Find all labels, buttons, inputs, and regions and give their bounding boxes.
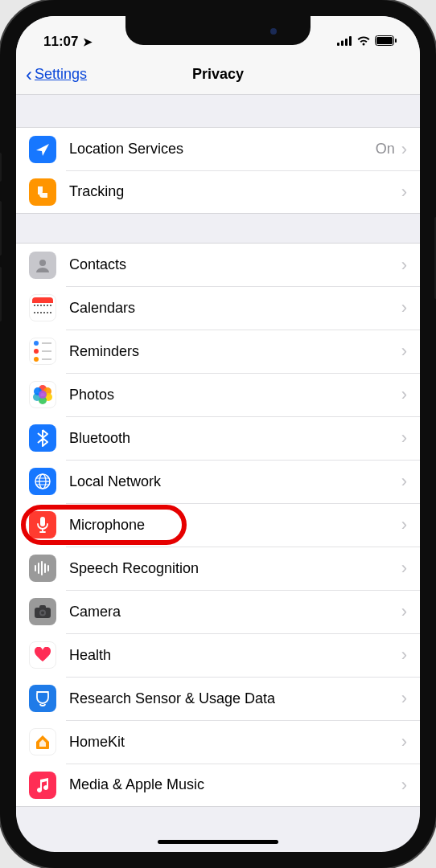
- back-button[interactable]: ‹ Settings: [16, 63, 87, 86]
- chevron-right-icon: ›: [401, 558, 407, 579]
- camera-icon: [29, 598, 56, 625]
- cell-reminders[interactable]: Reminders ›: [16, 330, 420, 373]
- chevron-right-icon: ›: [401, 428, 407, 448]
- cell-local-network[interactable]: Local Network ›: [16, 460, 420, 503]
- cell-label: Speech Recognition: [69, 560, 401, 577]
- waveform-icon: [29, 555, 56, 582]
- cell-research[interactable]: Research Sensor & Usage Data ›: [16, 677, 420, 720]
- chevron-right-icon: ›: [401, 731, 407, 752]
- calendar-icon: [29, 294, 56, 321]
- cell-value: On: [376, 141, 395, 158]
- cell-label: Camera: [69, 604, 401, 620]
- location-arrow-icon: [29, 136, 56, 163]
- cell-health[interactable]: Health ›: [16, 633, 420, 677]
- battery-icon: [375, 35, 397, 49]
- cell-camera[interactable]: Camera ›: [16, 590, 420, 633]
- svg-point-22: [41, 612, 44, 615]
- svg-rect-5: [376, 37, 393, 44]
- cellular-signal-icon: [337, 35, 352, 49]
- svg-rect-3: [349, 36, 352, 46]
- cell-label: Tracking: [69, 183, 401, 200]
- status-time: 11:07: [43, 34, 78, 50]
- chevron-right-icon: ›: [401, 601, 407, 622]
- tracking-icon: [29, 178, 56, 206]
- cell-label: HomeKit: [69, 734, 401, 751]
- home-icon: [29, 728, 56, 755]
- cell-label: Research Sensor & Usage Data: [69, 690, 401, 707]
- globe-icon: [29, 468, 56, 495]
- group-spacer: [16, 95, 420, 127]
- chevron-left-icon: ‹: [26, 63, 32, 86]
- chevron-right-icon: ›: [401, 341, 407, 362]
- microphone-icon: [29, 511, 56, 538]
- cell-label: Location Services: [69, 141, 376, 158]
- cell-label: Microphone: [69, 517, 401, 534]
- phone-frame: 11:07 ➤ ‹ Settings Privacy: [0, 0, 436, 868]
- cell-tracking[interactable]: Tracking ›: [16, 170, 420, 214]
- cell-photos[interactable]: Photos ›: [16, 373, 420, 416]
- research-icon: [29, 685, 56, 712]
- cell-media-music[interactable]: Media & Apple Music ›: [16, 764, 420, 807]
- chevron-right-icon: ›: [401, 182, 407, 203]
- photos-icon: [29, 381, 56, 408]
- svg-rect-6: [395, 39, 397, 43]
- mute-switch: [0, 153, 2, 182]
- svg-point-7: [39, 260, 46, 266]
- chevron-right-icon: ›: [401, 471, 407, 492]
- cell-contacts[interactable]: Contacts ›: [16, 243, 420, 286]
- home-indicator[interactable]: [158, 840, 278, 844]
- cell-bluetooth[interactable]: Bluetooth ›: [16, 416, 420, 460]
- navigation-bar: ‹ Settings Privacy: [16, 55, 420, 95]
- cell-label: Media & Apple Music: [69, 776, 401, 793]
- cell-label: Contacts: [69, 256, 401, 273]
- svg-rect-0: [337, 43, 339, 46]
- cell-microphone[interactable]: Microphone ›: [16, 503, 420, 547]
- chevron-right-icon: ›: [401, 139, 407, 160]
- cell-homekit[interactable]: HomeKit ›: [16, 720, 420, 764]
- chevron-right-icon: ›: [401, 645, 407, 665]
- heart-icon: [29, 641, 56, 669]
- svg-rect-2: [345, 39, 348, 46]
- volume-up-button: [0, 201, 2, 256]
- reminders-icon: [29, 338, 56, 365]
- wifi-icon: [356, 35, 371, 49]
- cell-label: Bluetooth: [69, 430, 401, 447]
- contacts-icon: [29, 252, 56, 279]
- bluetooth-icon: [29, 424, 56, 452]
- screen: 11:07 ➤ ‹ Settings Privacy: [16, 16, 420, 852]
- svg-rect-1: [341, 41, 343, 47]
- cell-calendars[interactable]: Calendars ›: [16, 286, 420, 330]
- chevron-right-icon: ›: [401, 775, 407, 796]
- cell-label: Reminders: [69, 343, 401, 360]
- location-indicator-icon: ➤: [83, 35, 93, 48]
- svg-rect-13: [40, 517, 45, 526]
- chevron-right-icon: ›: [401, 384, 407, 405]
- content-scroll[interactable]: Location Services On › Tracking › Contac…: [16, 95, 420, 852]
- chevron-right-icon: ›: [401, 255, 407, 276]
- cell-label: Photos: [69, 387, 401, 403]
- chevron-right-icon: ›: [401, 514, 407, 535]
- cell-label: Health: [69, 647, 401, 664]
- svg-rect-20: [39, 605, 46, 609]
- group-spacer: [16, 214, 420, 243]
- chevron-right-icon: ›: [401, 688, 407, 709]
- chevron-right-icon: ›: [401, 297, 407, 318]
- cell-speech-recognition[interactable]: Speech Recognition ›: [16, 547, 420, 590]
- back-label: Settings: [35, 66, 87, 83]
- music-icon: [29, 772, 56, 799]
- cell-label: Calendars: [69, 300, 401, 317]
- cell-label: Local Network: [69, 473, 401, 490]
- cell-location-services[interactable]: Location Services On ›: [16, 127, 420, 170]
- volume-down-button: [0, 267, 2, 321]
- notch: [125, 16, 311, 45]
